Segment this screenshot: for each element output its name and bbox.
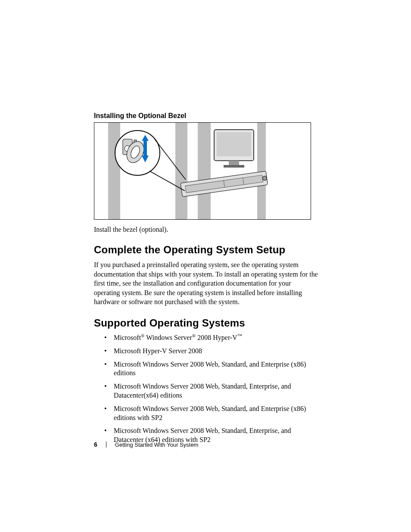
svg-rect-0 <box>108 123 120 219</box>
section-heading-complete-os: Complete the Operating System Setup <box>94 244 318 256</box>
page-footer: 6 Getting Started With Your System <box>94 441 198 448</box>
svg-rect-5 <box>217 132 251 156</box>
list-item: Microsoft Hyper-V Server 2008 <box>114 347 318 356</box>
list-item: Microsoft Windows Server 2008 Web, Stand… <box>114 382 318 400</box>
svg-rect-6 <box>229 161 239 165</box>
list-item: Microsoft Windows Server 2008 Web, Stand… <box>114 404 318 423</box>
section-heading-supported-os: Supported Operating Systems <box>94 317 318 329</box>
figure-caption: Install the bezel (optional). <box>94 226 318 233</box>
svg-rect-7 <box>224 165 244 168</box>
svg-rect-3 <box>257 123 266 219</box>
section-body-complete-os: If you purchased a preinstalled operatin… <box>94 260 318 307</box>
figure-illustration <box>94 122 311 220</box>
figure-subhead: Installing the Optional Bezel <box>94 112 318 120</box>
page-number: 6 <box>94 441 97 448</box>
supported-os-list: Microsoft® Windows Server® 2008 Hyper-V™… <box>94 333 318 445</box>
footer-divider <box>106 442 106 448</box>
list-item: Microsoft® Windows Server® 2008 Hyper-V™ <box>114 333 318 342</box>
list-item: Microsoft Windows Server 2008 Web, Stand… <box>114 360 318 378</box>
svg-rect-2 <box>198 123 211 219</box>
footer-title: Getting Started With Your System <box>115 442 199 448</box>
svg-rect-1 <box>175 123 187 219</box>
svg-rect-22 <box>143 141 147 156</box>
